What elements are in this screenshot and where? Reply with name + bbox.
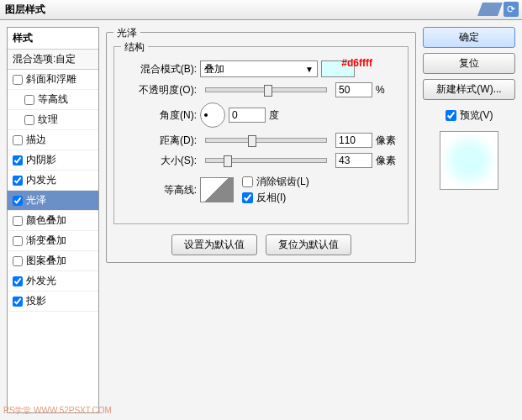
style-checkbox[interactable]	[24, 115, 34, 125]
style-item[interactable]: 外发光	[8, 271, 98, 291]
reset-default-button[interactable]: 复位为默认值	[266, 234, 351, 255]
style-item-label: 内发光	[26, 173, 56, 187]
preview-label: 预览(V)	[460, 108, 493, 123]
style-item-label: 描边	[26, 133, 46, 147]
angle-label: 角度(N):	[121, 108, 197, 123]
blend-options-item[interactable]: 混合选项:自定	[8, 50, 98, 70]
chevron-down-icon: ▼	[305, 65, 314, 74]
group-label: 光泽	[113, 26, 140, 40]
angle-input[interactable]	[229, 108, 266, 123]
satin-group: 光泽 结构 #d6ffff 混合模式(B): 叠加 ▼ 不透明度(O): %	[106, 32, 416, 263]
distance-label: 距离(D):	[121, 134, 197, 148]
invert-label: 反相(I)	[256, 191, 286, 205]
style-item-label: 外发光	[26, 274, 56, 288]
style-item[interactable]: 纹理	[8, 110, 98, 130]
style-item[interactable]: 描边	[8, 130, 98, 150]
style-checkbox[interactable]	[13, 276, 23, 286]
styles-list: 样式 混合选项:自定 斜面和浮雕等高线纹理描边内阴影内发光光泽颜色叠加渐变叠加图…	[7, 27, 99, 413]
style-checkbox[interactable]	[13, 155, 23, 165]
style-item[interactable]: 内发光	[8, 171, 98, 191]
struct-label: 结构	[121, 40, 148, 55]
antialias-checkbox[interactable]	[242, 176, 253, 187]
opacity-input[interactable]	[335, 82, 372, 97]
antialias-label: 消除锯齿(L)	[256, 175, 309, 189]
size-label: 大小(S):	[121, 154, 197, 168]
blend-mode-value: 叠加	[204, 62, 224, 76]
style-item-label: 纹理	[38, 113, 58, 127]
style-item-label: 内阴影	[26, 153, 56, 167]
style-item[interactable]: 光泽	[8, 191, 98, 211]
opacity-unit: %	[376, 84, 401, 96]
close-icon[interactable]: ⟳	[504, 2, 519, 17]
dialog-title: 图层样式	[5, 3, 45, 17]
style-item[interactable]: 等高线	[8, 90, 98, 110]
blend-mode-select[interactable]: 叠加 ▼	[200, 60, 318, 77]
style-checkbox[interactable]	[13, 135, 23, 145]
style-checkbox[interactable]	[13, 75, 23, 85]
size-input[interactable]	[335, 153, 372, 168]
size-unit: 像素	[376, 154, 401, 168]
style-item-label: 光泽	[26, 193, 46, 207]
style-item[interactable]: 投影	[8, 291, 98, 312]
distance-input[interactable]	[335, 133, 372, 148]
style-item[interactable]: 图案叠加	[8, 251, 98, 271]
struct-group: 结构 #d6ffff 混合模式(B): 叠加 ▼ 不透明度(O): %	[113, 46, 409, 224]
opacity-label: 不透明度(O):	[121, 83, 197, 97]
set-default-button[interactable]: 设置为默认值	[171, 234, 257, 255]
style-item[interactable]: 颜色叠加	[8, 211, 98, 231]
style-item-label: 投影	[26, 294, 46, 308]
size-slider[interactable]	[205, 158, 327, 163]
title-deco-icon	[477, 3, 503, 16]
style-item-label: 颜色叠加	[26, 213, 66, 228]
style-item-label: 图案叠加	[26, 254, 66, 268]
style-item-label: 等高线	[38, 92, 68, 107]
style-checkbox[interactable]	[13, 176, 23, 186]
new-style-button[interactable]: 新建样式(W)...	[423, 79, 515, 100]
distance-slider[interactable]	[205, 138, 327, 143]
preview-thumbnail	[440, 131, 498, 190]
contour-label: 等高线:	[121, 183, 197, 197]
style-checkbox[interactable]	[13, 236, 23, 246]
style-item[interactable]: 内阴影	[8, 150, 98, 171]
blend-mode-label: 混合模式(B):	[121, 62, 197, 76]
hex-annotation: #d6ffff	[341, 57, 372, 69]
contour-picker[interactable]	[200, 177, 234, 202]
watermark: PS学堂 WWW.52PSXT.COM	[3, 405, 112, 417]
style-checkbox[interactable]	[13, 216, 23, 226]
angle-unit: 度	[269, 108, 294, 123]
invert-checkbox[interactable]	[242, 192, 253, 203]
style-item-label: 斜面和浮雕	[26, 72, 76, 87]
style-item[interactable]: 渐变叠加	[8, 231, 98, 251]
styles-header[interactable]: 样式	[8, 28, 98, 50]
reset-button[interactable]: 复位	[423, 53, 515, 74]
ok-button[interactable]: 确定	[423, 27, 515, 48]
style-checkbox[interactable]	[13, 196, 23, 206]
distance-unit: 像素	[376, 134, 401, 148]
style-checkbox[interactable]	[24, 95, 34, 105]
angle-dial[interactable]	[200, 102, 225, 128]
style-checkbox[interactable]	[13, 297, 23, 307]
style-checkbox[interactable]	[13, 256, 23, 266]
preview-checkbox[interactable]	[446, 110, 456, 121]
style-item-label: 渐变叠加	[26, 234, 66, 248]
titlebar: 图层样式 ⟳	[0, 0, 522, 20]
opacity-slider[interactable]	[205, 87, 327, 92]
style-item[interactable]: 斜面和浮雕	[8, 70, 98, 90]
